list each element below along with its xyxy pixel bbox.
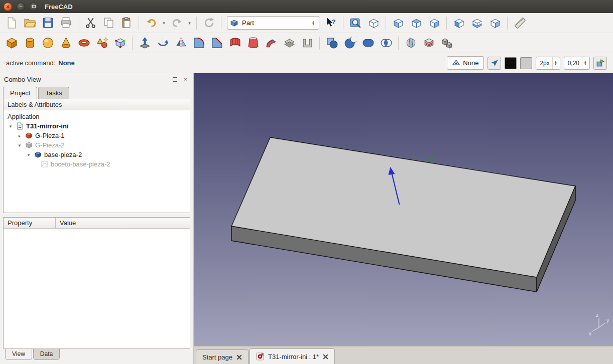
bottom-view-button[interactable] xyxy=(468,15,485,32)
part-group-hidden-icon xyxy=(25,141,33,149)
paste-button[interactable] xyxy=(118,15,135,32)
part-torus-button[interactable] xyxy=(75,35,92,52)
new-document-button[interactable] xyxy=(3,15,20,32)
toolbar-separator xyxy=(196,17,197,30)
tab-document-t31[interactable]: T31-mirror-ini : 1* xyxy=(250,348,335,364)
part-shapebuilder-button[interactable] xyxy=(111,35,129,52)
line-width-value: 2px xyxy=(540,60,549,67)
tab-view[interactable]: View xyxy=(5,349,32,360)
cross-sections-icon xyxy=(423,37,435,49)
expander-icon[interactable]: ▾ xyxy=(8,124,14,129)
model-tree: Application ▾ T31-mirror-ini ▸ G-Pieza-1… xyxy=(4,110,190,213)
tree-root-application[interactable]: Application xyxy=(4,112,190,121)
tree-item-base-pieza-2[interactable]: ▾ base-pieza-2 xyxy=(4,150,190,159)
measure-icon xyxy=(514,17,526,29)
copy-button[interactable] xyxy=(100,15,117,32)
redo-button[interactable] xyxy=(168,15,185,32)
tree-item-g-pieza-2[interactable]: ▾ G-Pieza-2 xyxy=(4,140,190,150)
chamfer-icon xyxy=(211,37,223,49)
rear-view-button[interactable] xyxy=(450,15,467,32)
tree-item-g-pieza-1[interactable]: ▸ G-Pieza-1 xyxy=(4,131,190,140)
refresh-button[interactable] xyxy=(200,15,217,32)
part-crosssections-button[interactable] xyxy=(420,35,437,52)
left-view-button[interactable] xyxy=(486,15,504,32)
property-table-body[interactable] xyxy=(4,229,190,348)
part-offset-button[interactable] xyxy=(281,35,298,52)
tree-item-document[interactable]: ▾ T31-mirror-ini xyxy=(4,121,190,131)
sweep-icon xyxy=(265,37,278,49)
part-sweep-button[interactable] xyxy=(263,35,280,52)
fit-all-button[interactable] xyxy=(347,15,364,32)
part-cylinder-button[interactable] xyxy=(21,35,38,52)
expander-icon[interactable]: ▸ xyxy=(17,133,23,138)
open-document-button[interactable] xyxy=(21,15,38,32)
part-sphere-button[interactable] xyxy=(39,35,56,52)
document-tabbar: Start page T31-mirror-ini : 1* xyxy=(194,346,613,364)
undo-dropdown[interactable]: ▾ xyxy=(161,15,167,32)
construction-mode-button[interactable] xyxy=(487,57,501,70)
redo-dropdown[interactable]: ▾ xyxy=(186,15,193,32)
maximize-window-button[interactable] xyxy=(30,3,38,11)
close-panel-button[interactable]: × xyxy=(182,76,189,83)
autogroup-button[interactable] xyxy=(593,57,607,70)
workbench-spinner[interactable]: ▲▼ xyxy=(310,17,316,29)
tree-item-boceto[interactable]: boceto-base-pieza-2 xyxy=(4,159,190,169)
part-cut-button[interactable] xyxy=(341,35,358,52)
right-view-button[interactable] xyxy=(426,15,443,32)
cut-button[interactable] xyxy=(82,15,99,32)
tab-start-page[interactable]: Start page xyxy=(196,349,249,364)
part-compound-button[interactable] xyxy=(438,35,455,52)
top-view-button[interactable] xyxy=(408,15,425,32)
part-group-icon xyxy=(25,132,33,139)
part-section-button[interactable] xyxy=(402,35,419,52)
working-plane-value: None xyxy=(463,59,478,67)
part-cone-button[interactable] xyxy=(57,35,74,52)
part-intersection-button[interactable] xyxy=(378,35,395,52)
tab-data[interactable]: Data xyxy=(33,349,60,360)
part-loft-button[interactable] xyxy=(244,35,262,52)
tab-project[interactable]: Project xyxy=(3,87,37,99)
part-thickness-button[interactable] xyxy=(299,35,316,52)
minimize-window-button[interactable]: − xyxy=(17,3,25,11)
axis-x-label: x xyxy=(589,331,591,336)
save-document-button[interactable] xyxy=(39,15,56,32)
working-plane-button[interactable]: None xyxy=(447,56,484,70)
close-icon: × xyxy=(6,4,9,10)
part-revolve-button[interactable] xyxy=(154,35,171,52)
spinner-arrows[interactable]: ▲▼ xyxy=(582,57,588,69)
close-window-button[interactable]: × xyxy=(4,3,12,11)
text-scale-spinbox[interactable]: 0,20 ▲▼ xyxy=(564,57,590,70)
axis-y-label: y xyxy=(606,318,609,323)
part-chamfer-button[interactable] xyxy=(208,35,225,52)
expander-icon[interactable]: ▾ xyxy=(26,152,32,157)
part-ruledsurface-button[interactable] xyxy=(226,35,243,52)
whats-this-button[interactable]: ? xyxy=(322,15,339,32)
part-box-button[interactable] xyxy=(3,35,20,52)
line-width-spinbox[interactable]: 2px ▲▼ xyxy=(536,57,560,70)
line-color-swatch[interactable] xyxy=(505,57,517,69)
window-title: FreeCAD xyxy=(45,3,73,11)
undo-button[interactable] xyxy=(143,15,160,32)
close-tab-button[interactable] xyxy=(236,354,242,360)
part-primitives-button[interactable] xyxy=(93,35,110,52)
doc-tab-label: Start page xyxy=(202,353,232,361)
3d-viewport[interactable]: z y x xyxy=(194,73,613,346)
expander-icon[interactable]: ▾ xyxy=(17,143,23,148)
spinner-arrows[interactable]: ▲▼ xyxy=(552,57,559,69)
workbench-selector[interactable]: Part ▲▼ xyxy=(227,16,319,30)
part-extrude-button[interactable] xyxy=(136,35,153,52)
part-boolean-button[interactable] xyxy=(323,35,340,52)
part-mirror-button[interactable] xyxy=(172,35,189,52)
axonometric-view-button[interactable] xyxy=(365,15,382,32)
tab-tasks[interactable]: Tasks xyxy=(38,87,69,99)
front-view-button[interactable] xyxy=(390,15,407,32)
close-tab-button[interactable] xyxy=(323,354,328,359)
part-union-button[interactable] xyxy=(359,35,377,52)
float-panel-button[interactable] xyxy=(171,76,179,83)
measure-distance-button[interactable] xyxy=(511,15,528,32)
paste-icon xyxy=(120,17,133,29)
solid-cube-icon xyxy=(34,151,42,158)
print-button[interactable] xyxy=(57,15,74,32)
part-fillet-button[interactable] xyxy=(190,35,207,52)
face-color-swatch[interactable] xyxy=(520,57,532,69)
